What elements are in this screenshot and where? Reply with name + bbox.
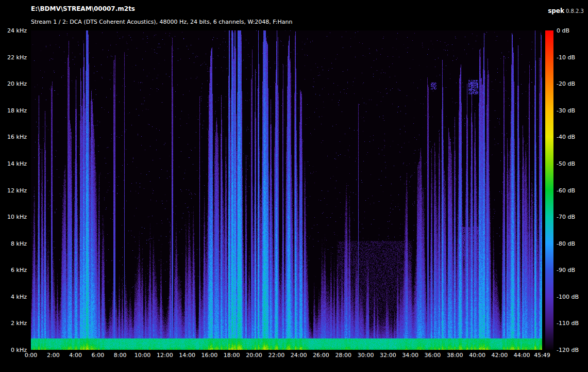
db-axis: 0 dB-10 dB-20 dB-30 dB-40 dB-50 dB-60 dB… xyxy=(557,30,586,350)
time-axis: 0:002:004:006:008:0010:0012:0014:0016:00… xyxy=(31,352,542,360)
file-path: E:\BDMV\STREAM\00007.m2ts xyxy=(31,5,135,12)
time-tick-label: 12:00 xyxy=(157,352,173,359)
db-tick-label: -20 dB xyxy=(557,80,575,87)
db-tick-label: -40 dB xyxy=(557,134,575,140)
freq-tick-label: 10 kHz xyxy=(7,214,27,220)
time-tick-label: 10:00 xyxy=(135,352,151,359)
db-tick-label: -80 dB xyxy=(557,240,575,247)
freq-tick-label: 12 kHz xyxy=(7,187,27,193)
time-tick-label: 2:00 xyxy=(47,352,60,359)
time-tick-label: 42:00 xyxy=(492,352,508,359)
db-tick-label: -10 dB xyxy=(557,54,575,60)
time-tick-label: 36:00 xyxy=(425,352,441,359)
app-brand: spek0.8.2.3 xyxy=(548,5,584,15)
freq-tick-label: 14 kHz xyxy=(7,160,27,167)
db-tick-label: 0 dB xyxy=(557,27,569,34)
freq-tick-label: 6 kHz xyxy=(11,267,27,273)
time-tick-label: 26:00 xyxy=(313,352,329,359)
db-tick-label: -90 dB xyxy=(557,267,575,273)
time-tick-label: 14:00 xyxy=(179,352,195,359)
db-tick-label: -110 dB xyxy=(557,320,579,327)
time-tick-label: 44:00 xyxy=(514,352,530,359)
db-tick-label: -30 dB xyxy=(557,107,575,114)
time-tick-label: 8:00 xyxy=(114,352,127,359)
db-colorbar xyxy=(545,30,553,350)
time-tick-label: 6:00 xyxy=(92,352,105,359)
time-tick-label: 38:00 xyxy=(447,352,463,359)
app-name: spek xyxy=(548,7,564,14)
time-tick-label: 24:00 xyxy=(291,352,307,359)
freq-tick-label: 22 kHz xyxy=(7,54,27,60)
db-tick-label: -70 dB xyxy=(557,214,575,220)
spek-window: E:\BDMV\STREAM\00007.m2ts spek0.8.2.3 St… xyxy=(0,0,588,372)
time-tick-label: 40:00 xyxy=(469,352,485,359)
time-tick-label: 28:00 xyxy=(335,352,351,359)
frequency-axis: 24 kHz22 kHz20 kHz18 kHz16 kHz14 kHz12 k… xyxy=(0,30,27,350)
time-tick-label: 20:00 xyxy=(246,352,262,359)
freq-tick-label: 20 kHz xyxy=(7,80,27,87)
stream-info: Stream 1 / 2: DCA (DTS Coherent Acoustic… xyxy=(31,19,292,25)
freq-tick-label: 8 kHz xyxy=(11,240,27,247)
freq-tick-label: 18 kHz xyxy=(7,107,27,114)
time-tick-label: 0:00 xyxy=(25,352,38,359)
time-tick-label: 30:00 xyxy=(358,352,374,359)
time-tick-label: 16:00 xyxy=(201,352,218,359)
time-tick-label: 4:00 xyxy=(69,352,82,359)
db-tick-label: -100 dB xyxy=(557,293,579,300)
db-tick-label: -50 dB xyxy=(557,160,575,167)
time-tick-label: 32:00 xyxy=(380,352,396,359)
time-tick-label: 34:00 xyxy=(402,352,418,359)
time-tick-label: 22:00 xyxy=(268,352,284,359)
freq-tick-label: 4 kHz xyxy=(11,293,27,300)
app-version: 0.8.2.3 xyxy=(566,8,584,14)
freq-tick-label: 24 kHz xyxy=(7,27,27,34)
freq-tick-label: 2 kHz xyxy=(11,320,27,327)
freq-tick-label: 16 kHz xyxy=(7,134,27,140)
db-tick-label: -60 dB xyxy=(557,187,575,193)
time-tick-label: 18:00 xyxy=(224,352,240,359)
time-tick-label: 45:49 xyxy=(534,352,550,359)
db-tick-label: -120 dB xyxy=(557,347,579,353)
spectrogram xyxy=(31,30,542,350)
